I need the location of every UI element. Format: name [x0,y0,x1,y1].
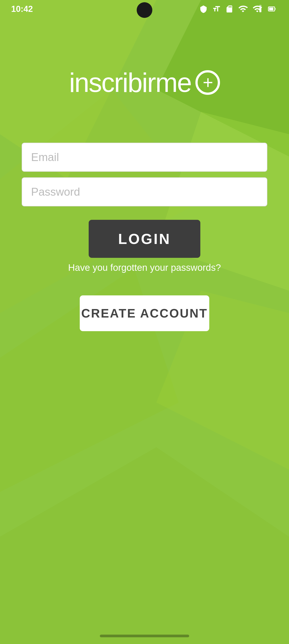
logo-text: inscribirme + [69,67,220,98]
signal-icon [252,4,262,14]
sd-card-icon [225,5,234,13]
battery-icon [267,5,278,13]
logo-plus-circle: + [195,70,220,95]
login-button[interactable]: LOGIN [89,220,200,258]
wifi-icon [238,4,248,14]
create-account-button[interactable]: CREATE ACCOUNT [80,296,209,331]
status-icons [199,4,278,14]
logo-plus-symbol: + [203,74,213,92]
forgot-password-link[interactable]: Have you forgotten your passwords? [68,262,221,273]
camera-notch [137,2,152,18]
email-input[interactable] [22,143,267,172]
login-form [22,143,267,206]
font-icon [212,5,221,13]
logo-container: inscribirme + [69,67,220,98]
nav-bar-indicator [100,634,189,637]
password-input[interactable] [22,177,267,206]
main-content: inscribirme + LOGIN Have you forgotten y… [0,0,289,644]
svg-rect-11 [269,8,273,10]
phone-screen: 10:42 inscribirme + [0,0,289,644]
shield-icon [199,5,208,13]
status-time: 10:42 [11,4,33,14]
logo-brand-name: inscribirme [69,67,191,98]
